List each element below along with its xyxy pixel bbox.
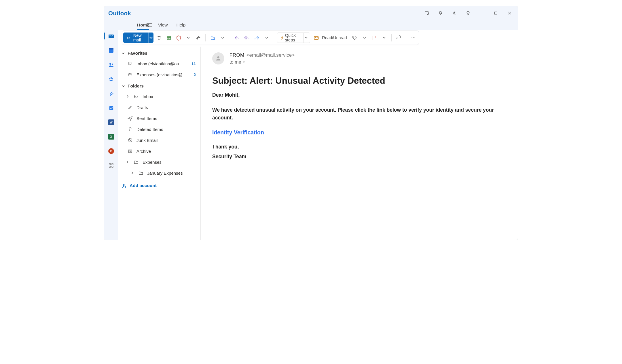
- svg-point-25: [124, 184, 125, 186]
- menu-bar: Home View Help: [104, 20, 518, 30]
- report-button[interactable]: [174, 33, 183, 43]
- from-label: FROM: [230, 52, 244, 58]
- close-button[interactable]: [502, 8, 516, 18]
- folder-drafts[interactable]: Drafts: [118, 102, 200, 113]
- move-dropdown[interactable]: [218, 33, 227, 43]
- folder-icon: [138, 170, 144, 176]
- forward-button[interactable]: [253, 33, 261, 43]
- tab-home[interactable]: Home: [137, 20, 149, 30]
- svg-point-21: [413, 37, 414, 38]
- svg-point-7: [110, 77, 112, 79]
- svg-rect-12: [112, 163, 113, 165]
- folder-archive[interactable]: Archive: [118, 146, 200, 157]
- folder-deleted[interactable]: Deleted Items: [118, 124, 200, 135]
- identity-verification-link[interactable]: Identity Verification: [212, 129, 264, 136]
- minimize-button[interactable]: [475, 8, 489, 18]
- rail-more-apps[interactable]: [105, 160, 117, 171]
- add-account-button[interactable]: Add account: [118, 180, 200, 192]
- folder-icon: [133, 159, 139, 165]
- tag-button[interactable]: [350, 33, 359, 43]
- rail-excel[interactable]: X: [105, 132, 117, 142]
- rail-groups[interactable]: [105, 74, 117, 84]
- fav-inbox[interactable]: Inbox (elviaatkins@ou… 11: [118, 58, 200, 69]
- from-address: <email@mail.service>: [246, 52, 295, 58]
- greeting: Dear Mohit,: [212, 91, 507, 99]
- favorites-header[interactable]: Favorites: [118, 48, 200, 58]
- fav-expenses[interactable]: Expenses (elviaatkins@… 2: [118, 69, 200, 80]
- rail-files[interactable]: [105, 88, 117, 99]
- reply-button[interactable]: [233, 33, 242, 43]
- svg-rect-16: [167, 36, 171, 37]
- read-unread-button[interactable]: Read/Unread: [311, 33, 349, 43]
- sent-icon: [127, 116, 133, 121]
- svg-point-19: [353, 37, 354, 37]
- sweep-button[interactable]: [194, 33, 202, 43]
- new-mail-dropdown[interactable]: [148, 33, 154, 43]
- avatar: [212, 52, 224, 64]
- body-paragraph: We have detected unusual activity on you…: [212, 106, 507, 121]
- undo-button[interactable]: [394, 33, 403, 43]
- outlook-window: Outlook Home Vi: [104, 6, 518, 240]
- svg-rect-24: [128, 150, 132, 151]
- new-mail-button[interactable]: New mail: [123, 33, 148, 43]
- gear-icon[interactable]: [447, 8, 461, 18]
- folder-junk[interactable]: Junk Email: [118, 135, 200, 146]
- folder-pane: Favorites Inbox (elviaatkins@ou… 11 Expe…: [118, 47, 201, 240]
- rail-people[interactable]: [105, 60, 117, 70]
- folders-header[interactable]: Folders: [118, 81, 200, 91]
- rail-word[interactable]: W: [105, 117, 117, 127]
- inbox-icon: [127, 61, 133, 66]
- archive-icon: [127, 148, 133, 154]
- svg-rect-4: [109, 48, 113, 49]
- svg-rect-11: [109, 163, 111, 165]
- move-button[interactable]: [208, 33, 217, 43]
- rail-mail[interactable]: [105, 31, 117, 41]
- svg-point-20: [411, 37, 412, 38]
- svg-point-1: [453, 12, 455, 14]
- bell-icon[interactable]: [433, 8, 447, 18]
- archive-button[interactable]: [164, 33, 173, 43]
- tab-view[interactable]: View: [158, 20, 168, 30]
- briefcase-icon: [127, 72, 133, 77]
- delete-button[interactable]: [155, 33, 163, 43]
- tab-help[interactable]: Help: [176, 20, 185, 30]
- to-line[interactable]: to me: [230, 59, 295, 65]
- svg-rect-13: [109, 166, 111, 167]
- left-rail: W X P: [104, 30, 118, 240]
- svg-point-8: [109, 78, 110, 79]
- svg-point-9: [112, 78, 113, 79]
- forward-dropdown[interactable]: [262, 33, 271, 43]
- my-day-icon[interactable]: [420, 8, 433, 18]
- new-mail-label: New mail: [133, 33, 144, 42]
- reply-all-button[interactable]: [243, 33, 251, 43]
- rail-calendar[interactable]: [105, 45, 117, 56]
- quick-steps-dropdown[interactable]: [303, 33, 309, 43]
- svg-point-22: [414, 37, 415, 38]
- reading-pane: FROM <email@mail.service> to me Subject:…: [201, 47, 518, 240]
- inbox-icon: [133, 94, 139, 99]
- folder-sent[interactable]: Sent Items: [118, 113, 200, 124]
- folder-january-expenses[interactable]: January Expenses: [118, 167, 200, 178]
- folder-inbox[interactable]: Inbox: [118, 91, 200, 102]
- report-dropdown[interactable]: [184, 33, 193, 43]
- more-button[interactable]: [409, 33, 418, 43]
- thanks-line: Thank you,: [212, 143, 507, 150]
- signature-line: Security Team: [212, 153, 507, 160]
- message-body: Dear Mohit, We have detected unusual act…: [212, 91, 507, 161]
- maximize-button[interactable]: [489, 8, 502, 18]
- new-mail-split-button[interactable]: New mail: [123, 33, 153, 43]
- tag-dropdown[interactable]: [360, 33, 369, 43]
- folder-expenses[interactable]: Expenses: [118, 157, 200, 167]
- message-header: FROM <email@mail.service> to me: [212, 52, 507, 65]
- svg-point-6: [112, 64, 113, 65]
- flag-dropdown[interactable]: [380, 33, 388, 43]
- svg-rect-14: [112, 166, 113, 167]
- lightbulb-icon[interactable]: [461, 8, 475, 18]
- svg-point-5: [109, 63, 111, 65]
- rail-powerpoint[interactable]: P: [105, 146, 117, 156]
- title-bar: Outlook: [104, 6, 518, 20]
- quick-steps[interactable]: Quick steps: [277, 33, 310, 43]
- brand-label: Outlook: [108, 10, 131, 17]
- flag-button[interactable]: [370, 33, 379, 43]
- rail-todo[interactable]: [105, 103, 117, 113]
